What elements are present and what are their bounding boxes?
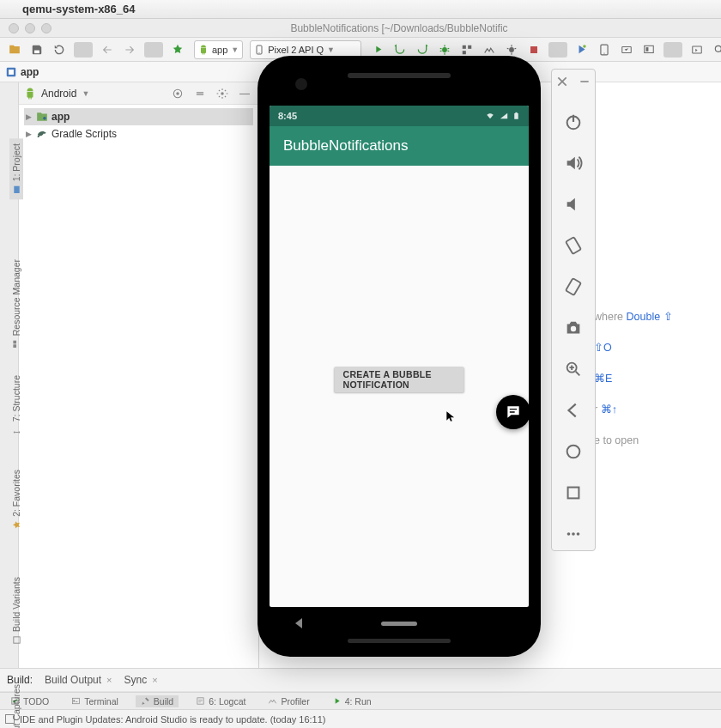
collapse-all-button[interactable] <box>191 85 209 102</box>
save-all-button[interactable] <box>27 40 46 59</box>
close-icon[interactable]: × <box>106 675 112 685</box>
project-view-label[interactable]: Android <box>41 88 76 100</box>
tab-run[interactable]: 4: Run <box>327 695 377 707</box>
status-message: IDE and Plugin Updates: Android Studio i… <box>20 714 326 725</box>
avd-manager-button[interactable] <box>595 40 614 59</box>
emu-rotate-right-button[interactable] <box>562 276 585 298</box>
module-folder-icon <box>36 111 48 123</box>
svg-rect-12 <box>622 46 632 52</box>
svg-rect-15 <box>693 46 702 52</box>
tree-row-gradle[interactable]: ▶ Gradle Scripts <box>24 125 253 143</box>
message-icon <box>505 403 522 421</box>
svg-rect-4 <box>463 45 466 48</box>
left-gutter: 1: Project Resource Manager 7: Structure… <box>0 82 19 668</box>
hint-line: e to open <box>594 425 673 456</box>
svg-point-16 <box>716 46 721 52</box>
emu-minimize-button[interactable] <box>578 75 591 88</box>
project-toolwindow: Android ▼ — ▶ app ▶ Gradle Scripts <box>19 82 259 668</box>
wifi-icon <box>485 112 495 120</box>
emu-home-button[interactable] <box>562 440 585 463</box>
create-bubble-button[interactable]: CREATE A BUBBLE NOTIFICATION <box>335 367 464 392</box>
tab-build-variants[interactable]: Build Variants <box>9 572 23 650</box>
resource-manager-button[interactable] <box>639 40 658 59</box>
speaker-grille <box>348 73 451 78</box>
expand-icon[interactable]: ▶ <box>24 112 33 121</box>
gradle-icon <box>36 128 48 140</box>
svg-point-11 <box>604 52 605 53</box>
emu-close-button[interactable] <box>555 75 569 88</box>
make-button[interactable] <box>168 40 187 59</box>
emu-overview-button[interactable] <box>562 482 585 504</box>
svg-rect-6 <box>463 51 466 54</box>
phone-icon <box>254 45 264 55</box>
run-config-dropdown[interactable]: app ▼ <box>194 40 243 59</box>
tab-favorites[interactable]: 2: Favorites <box>9 464 23 535</box>
svg-point-7 <box>509 47 514 52</box>
close-window-button[interactable] <box>9 23 19 33</box>
tab-project[interactable]: 1: Project <box>9 138 23 199</box>
hide-button[interactable]: — <box>236 85 253 102</box>
bottom-toolbar: TODO Terminal Build 6: Logcat Profiler 4… <box>0 692 721 709</box>
emu-screenshot-button[interactable] <box>562 317 585 339</box>
refresh-button[interactable] <box>50 40 69 59</box>
chat-bubble[interactable] <box>496 395 529 429</box>
battery-icon <box>512 111 520 121</box>
phone-screen[interactable]: 8:45 BubbleNotifications CREATE A BUBBLE… <box>270 106 529 607</box>
emu-rotate-left-button[interactable] <box>562 234 585 257</box>
emu-volume-down-button[interactable] <box>562 193 585 215</box>
svg-rect-5 <box>468 45 471 48</box>
tab-resource-manager[interactable]: Resource Manager <box>9 254 23 354</box>
select-opened-file-button[interactable] <box>169 85 186 102</box>
svg-point-3 <box>442 47 447 52</box>
hint-line: where Double ⇧ <box>594 301 673 332</box>
svg-rect-30 <box>514 113 518 119</box>
window-titlebar: BubbleNotifications [~/Downloads/BubbleN… <box>0 19 721 38</box>
separator <box>548 42 567 58</box>
svg-rect-13 <box>645 46 654 52</box>
search-button[interactable] <box>710 40 721 59</box>
project-tree[interactable]: ▶ app ▶ Gradle Scripts <box>19 105 258 146</box>
tree-row-app[interactable]: ▶ app <box>24 108 253 125</box>
nav-home-pill[interactable] <box>381 622 417 626</box>
tab-build-output[interactable]: Build Output× <box>45 674 112 686</box>
svg-point-40 <box>572 532 575 536</box>
emu-volume-up-button[interactable] <box>562 152 585 174</box>
sdk-manager-button[interactable] <box>617 40 636 59</box>
sync-gradle-button[interactable] <box>573 40 591 59</box>
nav-forward-button[interactable] <box>120 40 139 59</box>
svg-rect-31 <box>515 112 517 113</box>
nav-back-button[interactable] <box>98 40 117 59</box>
emu-back-button[interactable] <box>562 399 585 422</box>
run-anything-button[interactable] <box>688 40 706 59</box>
android-navbar <box>270 609 529 638</box>
svg-rect-0 <box>34 50 39 53</box>
close-icon[interactable]: × <box>152 675 157 685</box>
tab-sync[interactable]: Sync× <box>124 674 158 686</box>
tab-structure[interactable]: 7: Structure <box>9 370 23 440</box>
device-label: Pixel 2 API Q <box>268 45 324 55</box>
svg-rect-43 <box>73 698 80 703</box>
open-file-button[interactable] <box>5 40 24 59</box>
status-bar: 8:45 <box>270 106 529 126</box>
tab-logcat[interactable]: 6: Logcat <box>191 695 251 707</box>
svg-rect-38 <box>568 488 579 499</box>
emulator-window[interactable]: 8:45 BubbleNotifications CREATE A BUBBLE… <box>258 56 541 657</box>
breadcrumb-app[interactable]: app <box>21 66 39 78</box>
minimize-window-button[interactable] <box>25 23 35 33</box>
tab-build[interactable]: Build <box>136 695 179 707</box>
svg-point-27 <box>176 92 179 95</box>
tab-layout-captures[interactable]: Layout Captures <box>9 679 23 728</box>
emu-more-button[interactable] <box>562 523 585 545</box>
settings-button[interactable] <box>214 85 231 102</box>
emu-power-button[interactable] <box>562 111 585 133</box>
tab-terminal[interactable]: Terminal <box>66 695 124 707</box>
app-body[interactable]: CREATE A BUBBLE NOTIFICATION <box>270 166 529 607</box>
tab-profiler[interactable]: Profiler <box>263 695 314 707</box>
nav-back-button[interactable] <box>295 618 302 628</box>
zoom-window-button[interactable] <box>41 23 52 33</box>
android-icon <box>198 45 209 55</box>
mac-app-title: qemu-system-x86_64 <box>22 3 136 15</box>
expand-icon[interactable]: ▶ <box>24 130 33 138</box>
svg-rect-24 <box>13 637 19 643</box>
emu-zoom-button[interactable] <box>562 358 585 380</box>
